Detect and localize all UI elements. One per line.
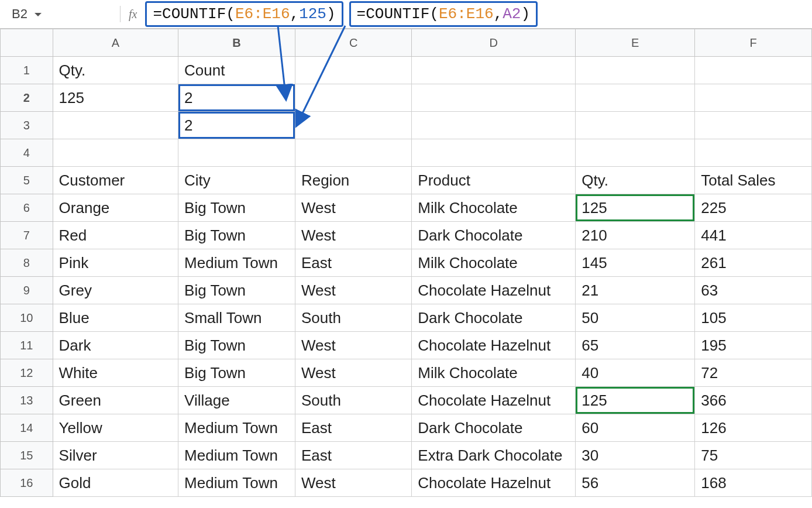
cell-e6[interactable]: 125 [576,194,695,222]
cell-d13[interactable]: Chocolate Hazelnut [412,387,576,414]
row-header-9[interactable]: 9 [1,277,53,304]
cell-d8[interactable]: Milk Chocolate [412,249,576,277]
cell-c10[interactable]: South [295,304,411,332]
row-header-3[interactable]: 3 [1,112,53,139]
cell-a2[interactable]: 125 [53,84,178,112]
cell-f11[interactable]: 195 [695,332,812,359]
spreadsheet-grid[interactable]: A B C D E F 1 Qty. Count 2 125 2 3 2 4 [0,29,812,497]
cell-d15[interactable]: Extra Dark Chocolate [412,442,576,469]
cell-f1[interactable] [695,57,812,84]
cell-f4[interactable] [695,139,812,167]
cell-f15[interactable]: 75 [695,442,812,469]
row-header-12[interactable]: 12 [1,359,53,387]
cell-a12[interactable]: White [53,359,178,387]
cell-e4[interactable] [576,139,695,167]
cell-d6[interactable]: Milk Chocolate [412,194,576,222]
row-header-8[interactable]: 8 [1,249,53,277]
cell-f7[interactable]: 441 [695,222,812,249]
cell-e1[interactable] [576,57,695,84]
cell-d11[interactable]: Chocolate Hazelnut [412,332,576,359]
cell-e8[interactable]: 145 [576,249,695,277]
cell-b1[interactable]: Count [178,57,295,84]
col-header-a[interactable]: A [53,29,178,57]
col-header-f[interactable]: F [695,29,812,57]
cell-f12[interactable]: 72 [695,359,812,387]
cell-a9[interactable]: Grey [53,277,178,304]
cell-a6[interactable]: Orange [53,194,178,222]
cell-e16[interactable]: 56 [576,469,695,497]
cell-e7[interactable]: 210 [576,222,695,249]
cell-c9[interactable]: West [295,277,411,304]
cell-c6[interactable]: West [295,194,411,222]
cell-c1[interactable] [295,57,411,84]
row-header-4[interactable]: 4 [1,139,53,167]
cell-a7[interactable]: Red [53,222,178,249]
cell-d2[interactable] [412,84,576,112]
cell-c12[interactable]: West [295,359,411,387]
col-header-e[interactable]: E [576,29,695,57]
cell-d3[interactable] [412,112,576,139]
cell-d5[interactable]: Product [412,167,576,194]
cell-b2[interactable]: 2 [178,84,295,112]
cell-a5[interactable]: Customer [53,167,178,194]
cell-e9[interactable]: 21 [576,277,695,304]
cell-c16[interactable]: West [295,469,411,497]
cell-a3[interactable] [53,112,178,139]
cell-b12[interactable]: Big Town [178,359,295,387]
cell-d12[interactable]: Milk Chocolate [412,359,576,387]
cell-b14[interactable]: Medium Town [178,414,295,442]
cell-f6[interactable]: 225 [695,194,812,222]
cell-c7[interactable]: West [295,222,411,249]
cell-a16[interactable]: Gold [53,469,178,497]
cell-b15[interactable]: Medium Town [178,442,295,469]
dropdown-icon[interactable] [35,13,42,16]
col-header-b[interactable]: B [178,29,295,57]
cell-b7[interactable]: Big Town [178,222,295,249]
cell-e11[interactable]: 65 [576,332,695,359]
row-header-5[interactable]: 5 [1,167,53,194]
cell-a15[interactable]: Silver [53,442,178,469]
cell-a11[interactable]: Dark [53,332,178,359]
cell-e12[interactable]: 40 [576,359,695,387]
cell-d16[interactable]: Chocolate Hazelnut [412,469,576,497]
cell-f2[interactable] [695,84,812,112]
cell-c14[interactable]: East [295,414,411,442]
row-header-13[interactable]: 13 [1,387,53,414]
cell-d7[interactable]: Dark Chocolate [412,222,576,249]
name-box[interactable]: B2 [12,6,112,22]
cell-d14[interactable]: Dark Chocolate [412,414,576,442]
cell-b13[interactable]: Village [178,387,295,414]
row-header-15[interactable]: 15 [1,442,53,469]
row-header-7[interactable]: 7 [1,222,53,249]
cell-e2[interactable] [576,84,695,112]
cell-d10[interactable]: Dark Chocolate [412,304,576,332]
row-header-16[interactable]: 16 [1,469,53,497]
cell-d1[interactable] [412,57,576,84]
cell-f3[interactable] [695,112,812,139]
cell-b10[interactable]: Small Town [178,304,295,332]
cell-c8[interactable]: East [295,249,411,277]
row-header-10[interactable]: 10 [1,304,53,332]
col-header-c[interactable]: C [295,29,411,57]
row-header-2[interactable]: 2 [1,84,53,112]
cell-f10[interactable]: 105 [695,304,812,332]
cell-c15[interactable]: East [295,442,411,469]
cell-b4[interactable] [178,139,295,167]
cell-a13[interactable]: Green [53,387,178,414]
cell-f9[interactable]: 63 [695,277,812,304]
cell-c13[interactable]: South [295,387,411,414]
cell-a8[interactable]: Pink [53,249,178,277]
cell-b11[interactable]: Big Town [178,332,295,359]
cell-a10[interactable]: Blue [53,304,178,332]
cell-c11[interactable]: West [295,332,411,359]
cell-d9[interactable]: Chocolate Hazelnut [412,277,576,304]
cell-a4[interactable] [53,139,178,167]
cell-f16[interactable]: 168 [695,469,812,497]
cell-d4[interactable] [412,139,576,167]
row-header-11[interactable]: 11 [1,332,53,359]
cell-c2[interactable] [295,84,411,112]
cell-e10[interactable]: 50 [576,304,695,332]
cell-e5[interactable]: Qty. [576,167,695,194]
cell-e13[interactable]: 125 [576,387,695,414]
cell-c3[interactable] [295,112,411,139]
